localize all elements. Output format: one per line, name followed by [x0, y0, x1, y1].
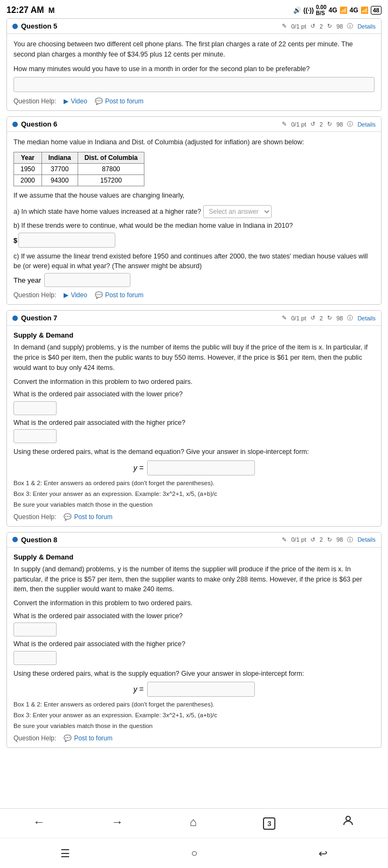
question-5-details-link[interactable]: Details: [357, 23, 376, 30]
question-7-details-link[interactable]: Details: [357, 315, 376, 321]
forum-icon-q8: 💬: [64, 734, 72, 742]
question-8-refresh-icon: ↻: [327, 536, 332, 543]
question-7-higher-label: What is the ordered pair associated with…: [13, 418, 375, 428]
question-6-title: Question 6: [12, 120, 57, 128]
signal-bars-2-icon: 📶: [361, 6, 369, 14]
question-8-lower-input[interactable]: [13, 622, 57, 636]
question-8-higher-input[interactable]: [13, 651, 57, 665]
question-7-note3: Be sure your variables match those in th…: [13, 500, 375, 509]
question-7-eq-row: y =: [13, 460, 375, 475]
table-cell-indiana-2000: 94300: [41, 175, 78, 186]
question-7-lower-input[interactable]: [13, 401, 57, 415]
question-5-video-link[interactable]: ▶ Video: [64, 97, 87, 105]
question-6-dollar-row: $: [13, 233, 375, 248]
table-header-year: Year: [14, 152, 42, 164]
question-6-video-label: Video: [71, 291, 87, 299]
question-5-title: Question 5: [12, 22, 57, 30]
question-5-header: Question 5 ✎ 0/1 pt ↺ 2 ↻ 98 ⓘ Details: [7, 19, 381, 34]
question-7-lower-label: What is the ordered pair associated with…: [13, 390, 375, 400]
question-8-meta: ✎ 0/1 pt ↺ 2 ↻ 98 ⓘ Details: [282, 536, 376, 544]
question-6-forum-link[interactable]: 💬 Post to forum: [95, 291, 143, 299]
question-8-edit-icon: ✎: [282, 536, 287, 543]
question-8-help-label: Question Help:: [13, 734, 56, 742]
question-6-linear-text: If we assume that the house values are c…: [13, 191, 375, 201]
question-5-block: Question 5 ✎ 0/1 pt ↺ 2 ↻ 98 ⓘ Details Y…: [6, 18, 382, 111]
bluetooth-icon: 🔊: [293, 6, 301, 14]
battery-indicator: 48: [371, 6, 382, 15]
question-5-text: You are choosing between two different c…: [13, 39, 375, 60]
question-8-y-label: y =: [133, 685, 143, 694]
question-5-body: You are choosing between two different c…: [7, 34, 381, 110]
question-5-retries: 2: [320, 23, 323, 30]
back-system-icon[interactable]: ↩: [318, 847, 328, 860]
question-8-score: 0/1 pt: [291, 536, 306, 543]
question-7-note1: Box 1 & 2: Enter answers as ordered pair…: [13, 479, 375, 487]
question-7-higher-input[interactable]: [13, 429, 57, 443]
question-6-year-row: The year: [13, 273, 375, 287]
tabs-button[interactable]: 3: [263, 815, 275, 830]
question-5-forum-link[interactable]: 💬 Post to forum: [95, 97, 143, 105]
question-6-details-link[interactable]: Details: [357, 121, 376, 128]
question-6-state-select[interactable]: Select an answer Indiana Dist. of Columb…: [203, 205, 272, 218]
question-8-retry-icon: ↺: [310, 536, 315, 543]
question-5-help: Question Help: ▶ Video 💬 Post to forum: [13, 97, 375, 105]
question-8-label: Question 8: [21, 536, 57, 544]
question-6-block: Question 6 ✎ 0/1 pt ↺ 2 ↻ 98 ⓘ Details T…: [6, 116, 382, 305]
question-5-retry-icon: ↺: [310, 23, 315, 30]
question-6-dot: [12, 122, 18, 127]
question-7-meta: ✎ 0/1 pt ↺ 2 ↻ 98 ⓘ Details: [282, 314, 376, 322]
question-6-score: 0/1 pt: [291, 121, 306, 128]
table-cell-indiana-1950: 37700: [41, 164, 78, 175]
question-6-retries: 2: [320, 121, 323, 128]
question-6-forum-label: Post to forum: [105, 291, 143, 299]
question-5-prompt: How many minutes would you have to use i…: [13, 64, 375, 74]
table-cell-columbia-2000: 157200: [78, 175, 144, 186]
mail-icon: M: [48, 6, 55, 15]
forward-button[interactable]: →: [112, 815, 123, 829]
question-8-details-link[interactable]: Details: [357, 536, 376, 543]
question-7-help-label: Question Help:: [13, 513, 56, 521]
question-6-body: The median home value in Indiana and Dis…: [7, 132, 381, 304]
question-7-block: Question 7 ✎ 0/1 pt ↺ 2 ↻ 98 ⓘ Details S…: [6, 310, 382, 527]
question-7-body-text: In demand (and supply) problems, y is th…: [13, 342, 375, 373]
question-7-submissions: 98: [336, 315, 343, 321]
question-7-body: Supply & Demand In demand (and supply) p…: [7, 326, 381, 526]
video-icon: ▶: [64, 97, 68, 105]
menu-icon[interactable]: ☰: [60, 847, 70, 860]
question-7-eq-text: Using these ordered pairs, what is the d…: [13, 447, 375, 457]
back-button[interactable]: ←: [33, 815, 45, 829]
question-6-help: Question Help: ▶ Video 💬 Post to forum: [13, 291, 375, 299]
question-8-body-text: In supply (and demand) problems, y is th…: [13, 564, 375, 594]
question-8-equation-input[interactable]: [147, 682, 255, 697]
question-6-video-link[interactable]: ▶ Video: [64, 291, 87, 299]
question-5-answer-input[interactable]: [13, 77, 375, 92]
table-cell-columbia-1950: 87800: [78, 164, 144, 175]
question-6-indiana-2010-input[interactable]: [18, 233, 115, 248]
question-8-forum-link[interactable]: 💬 Post to forum: [64, 734, 112, 742]
question-6-meta: ✎ 0/1 pt ↺ 2 ↻ 98 ⓘ Details: [282, 120, 376, 128]
table-row: 2000 94300 157200: [14, 175, 144, 186]
question-8-lower-label: What is the ordered pair associated with…: [13, 612, 375, 621]
table-cell-year-2000: 2000: [14, 175, 42, 186]
question-7-equation-input[interactable]: [147, 460, 255, 475]
question-5-dot: [12, 24, 18, 29]
signal-4g-2-icon: 4G: [350, 6, 358, 14]
table-header-columbia: Dist. of Columbia: [78, 152, 144, 164]
question-6-submissions: 98: [336, 121, 343, 128]
question-7-convert-text: Convert the information in this problem …: [13, 377, 375, 387]
question-6-retry-icon: ↺: [310, 121, 315, 128]
question-8-header: Question 8 ✎ 0/1 pt ↺ 2 ↻ 98 ⓘ Details: [7, 533, 381, 548]
forum-icon: 💬: [95, 97, 103, 105]
main-content: Question 5 ✎ 0/1 pt ↺ 2 ↻ 98 ⓘ Details Y…: [0, 18, 388, 823]
question-7-title: Question 7: [12, 314, 57, 322]
home-button[interactable]: ⌂: [190, 815, 197, 829]
question-7-help: Question Help: 💬 Post to forum: [13, 513, 375, 521]
question-8-forum-label: Post to forum: [74, 734, 112, 742]
data-speed: 0.00B/S: [316, 4, 326, 16]
home-circle-icon[interactable]: ○: [191, 847, 197, 859]
question-7-label: Question 7: [21, 314, 57, 322]
question-6-refresh-icon: ↻: [327, 121, 332, 128]
profile-button[interactable]: [342, 814, 355, 830]
question-6-year-input[interactable]: [44, 273, 130, 287]
question-7-forum-link[interactable]: 💬 Post to forum: [64, 513, 112, 521]
